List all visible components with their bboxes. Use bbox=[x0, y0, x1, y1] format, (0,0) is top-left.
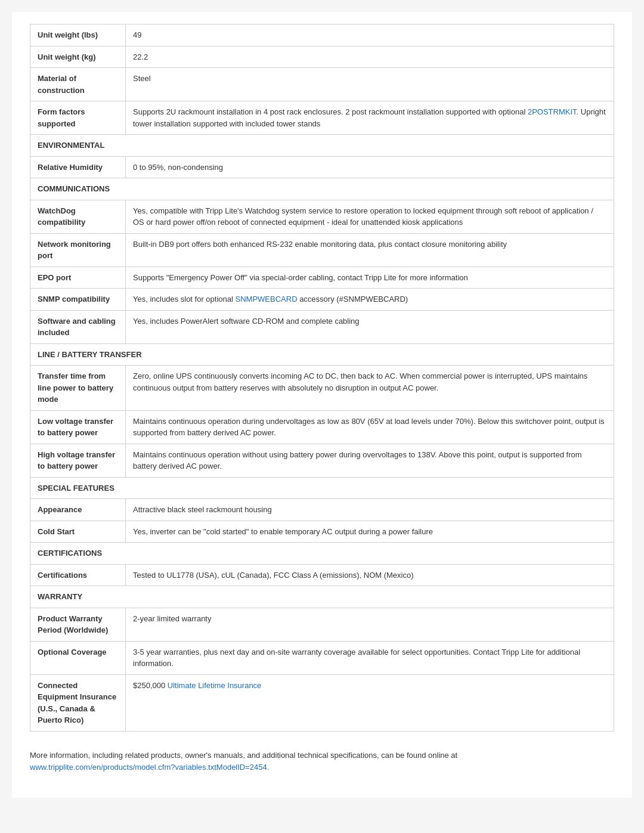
table-row: WatchDog compatibilityYes, compatible wi… bbox=[30, 200, 614, 233]
table-row: COMMUNICATIONS bbox=[30, 178, 614, 200]
footer-link[interactable]: www.tripplite.com/en/products/model.cfm?… bbox=[30, 763, 269, 772]
row-label: Material of construction bbox=[30, 68, 126, 101]
row-label: Form factors supported bbox=[30, 101, 126, 135]
section-header-label: LINE / BATTERY TRANSFER bbox=[30, 343, 614, 366]
row-value: Supports "Emergency Power Off" via speci… bbox=[126, 267, 614, 289]
row-label: Unit weight (lbs) bbox=[30, 24, 126, 47]
table-row: Unit weight (lbs)49 bbox=[30, 24, 614, 47]
table-row: Network monitoring portBuilt-in DB9 port… bbox=[30, 233, 614, 267]
row-value: 2-year limited warranty bbox=[126, 608, 614, 641]
table-row: EPO portSupports "Emergency Power Off" v… bbox=[30, 267, 614, 289]
table-row: LINE / BATTERY TRANSFER bbox=[30, 343, 614, 366]
table-row: High voltage transfer to battery powerMa… bbox=[30, 444, 614, 477]
inline-link[interactable]: Ultimate Lifetime Insurance bbox=[168, 681, 262, 690]
row-label: WatchDog compatibility bbox=[30, 200, 126, 233]
table-row: Unit weight (kg)22.2 bbox=[30, 46, 614, 68]
row-value: Steel bbox=[126, 68, 614, 101]
row-label: Certifications bbox=[30, 564, 126, 586]
row-label: Connected Equipment Insurance (U.S., Can… bbox=[30, 674, 126, 731]
row-value: Yes, includes slot for optional SNMPWEBC… bbox=[126, 289, 614, 311]
row-value: 0 to 95%, non-condensing bbox=[126, 156, 614, 178]
page-container: Unit weight (lbs)49Unit weight (kg)22.2M… bbox=[12, 12, 632, 798]
row-value: Yes, compatible with Tripp Lite's Watchd… bbox=[126, 200, 614, 233]
row-value: Yes, includes PowerAlert software CD-ROM… bbox=[126, 310, 614, 343]
table-row: Low voltage transfer to battery powerMai… bbox=[30, 410, 614, 444]
section-header-label: CERTIFICATIONS bbox=[30, 543, 614, 565]
row-value: Supports 2U rackmount installation in 4 … bbox=[126, 101, 614, 135]
row-value: Zero, online UPS continuously converts i… bbox=[126, 366, 614, 411]
footer: More information, including related prod… bbox=[30, 750, 614, 775]
row-label: Relative Humidity bbox=[30, 156, 126, 178]
table-row: SPECIAL FEATURES bbox=[30, 477, 614, 499]
section-header-label: COMMUNICATIONS bbox=[30, 178, 614, 200]
row-label: Software and cabling included bbox=[30, 310, 126, 343]
inline-link[interactable]: SNMPWEBCARD bbox=[236, 295, 298, 304]
table-row: Transfer time from line power to battery… bbox=[30, 366, 614, 411]
row-value: 3-5 year warranties, plus next day and o… bbox=[126, 641, 614, 674]
table-row: WARRANTY bbox=[30, 586, 614, 608]
row-label: Network monitoring port bbox=[30, 233, 126, 267]
row-label: SNMP compatibility bbox=[30, 289, 126, 311]
table-row: CertificationsTested to UL1778 (USA), cU… bbox=[30, 564, 614, 586]
table-row: Connected Equipment Insurance (U.S., Can… bbox=[30, 674, 614, 731]
row-label: Transfer time from line power to battery… bbox=[30, 366, 126, 411]
table-row: Cold StartYes, inverter can be "cold sta… bbox=[30, 521, 614, 543]
table-row: Product Warranty Period (Worldwide)2-yea… bbox=[30, 608, 614, 641]
section-header-label: SPECIAL FEATURES bbox=[30, 477, 614, 499]
footer-text: More information, including related prod… bbox=[30, 751, 457, 760]
row-label: Unit weight (kg) bbox=[30, 46, 126, 68]
section-header-label: ENVIRONMENTAL bbox=[30, 135, 614, 157]
row-label: EPO port bbox=[30, 267, 126, 289]
row-value: Maintains continuous operation without u… bbox=[126, 444, 614, 477]
row-label: Cold Start bbox=[30, 521, 126, 543]
row-value: 49 bbox=[126, 24, 614, 47]
row-label: Appearance bbox=[30, 499, 126, 521]
row-value: Tested to UL1778 (USA), cUL (Canada), FC… bbox=[126, 564, 614, 586]
table-row: CERTIFICATIONS bbox=[30, 543, 614, 565]
row-label: High voltage transfer to battery power bbox=[30, 444, 126, 477]
row-label: Optional Coverage bbox=[30, 641, 126, 674]
table-row: Material of constructionSteel bbox=[30, 68, 614, 101]
table-row: Optional Coverage3-5 year warranties, pl… bbox=[30, 641, 614, 674]
section-header-label: WARRANTY bbox=[30, 586, 614, 608]
row-label: Low voltage transfer to battery power bbox=[30, 410, 126, 444]
specs-table: Unit weight (lbs)49Unit weight (kg)22.2M… bbox=[30, 24, 614, 732]
row-value: Yes, inverter can be "cold started" to e… bbox=[126, 521, 614, 543]
row-label: Product Warranty Period (Worldwide) bbox=[30, 608, 126, 641]
row-value: Maintains continuous operation during un… bbox=[126, 410, 614, 444]
table-row: SNMP compatibilityYes, includes slot for… bbox=[30, 289, 614, 311]
table-row: Relative Humidity0 to 95%, non-condensin… bbox=[30, 156, 614, 178]
inline-link[interactable]: 2POSTRMKIT bbox=[528, 107, 577, 116]
row-value: Built-in DB9 port offers both enhanced R… bbox=[126, 233, 614, 267]
table-row: Software and cabling includedYes, includ… bbox=[30, 310, 614, 343]
row-value: 22.2 bbox=[126, 46, 614, 68]
table-row: ENVIRONMENTAL bbox=[30, 135, 614, 157]
row-value: Attractive black steel rackmount housing bbox=[126, 499, 614, 521]
table-row: AppearanceAttractive black steel rackmou… bbox=[30, 499, 614, 521]
table-row: Form factors supportedSupports 2U rackmo… bbox=[30, 101, 614, 135]
row-value: $250,000 Ultimate Lifetime Insurance bbox=[126, 674, 614, 731]
